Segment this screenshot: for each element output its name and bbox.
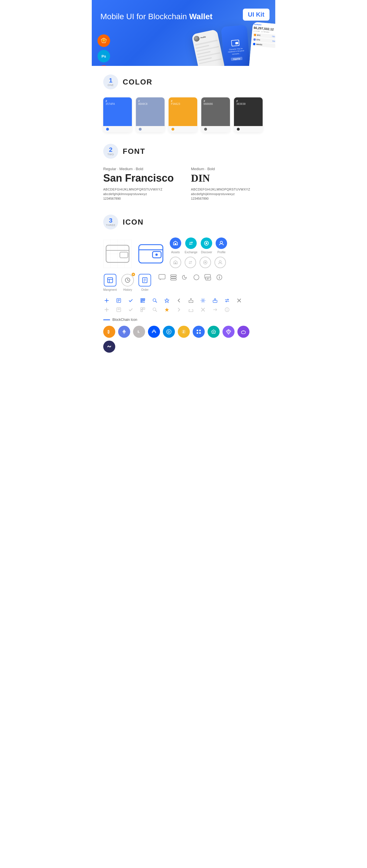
svg-point-32	[219, 261, 221, 263]
svg-rect-16	[106, 245, 129, 262]
phone-mockups: Profile Character may be mastered in the…	[195, 22, 275, 66]
svg-marker-91	[165, 308, 169, 312]
svg-point-26	[205, 242, 207, 244]
nav-icon-profile: Profile	[216, 238, 227, 254]
svg-point-56	[219, 276, 220, 276]
svg-text:₿: ₿	[108, 330, 110, 334]
svg-rect-107	[197, 332, 198, 334]
qr-icon	[139, 297, 146, 304]
band-icon	[103, 341, 115, 353]
note-icon	[115, 297, 122, 304]
icon-section-badge: 3 THREE	[103, 215, 118, 229]
blockchain-line	[103, 319, 110, 320]
waves-icon	[148, 326, 160, 338]
share-icon	[188, 297, 194, 304]
font-din: Medium · Bold DIN ABCDEFGHIJKLMNOPQRSTUV…	[191, 167, 250, 200]
icon-history: History	[121, 274, 134, 291]
color-dot-black	[237, 128, 240, 131]
svg-text:Z: Z	[182, 330, 185, 334]
ps-badge: Ps	[97, 50, 110, 62]
svg-point-89	[153, 308, 156, 311]
search-icon	[151, 297, 158, 304]
history-badge	[132, 273, 135, 276]
font-section-badge: 2 TWO	[103, 144, 118, 159]
info-icon	[216, 274, 223, 281]
svg-rect-51	[205, 277, 211, 280]
font-section-header: 2 TWO FONT	[103, 144, 264, 159]
svg-rect-108	[199, 332, 201, 334]
color-section-header: 1 ONE COLOR	[103, 74, 264, 89]
svg-rect-88	[141, 310, 142, 312]
nav-icon-discover: Discover	[201, 238, 212, 254]
blockchain-label: BlockChain Icon	[103, 318, 264, 322]
font-sf: Regular · Medium · Bold San Francisco AB…	[103, 167, 174, 200]
nav-icon-assets: Assets	[170, 238, 181, 254]
svg-rect-18	[120, 252, 128, 258]
color-dot-darkgray	[204, 128, 207, 131]
color-card-black: #303030	[234, 97, 263, 132]
icon-wallet-wireframe	[103, 240, 132, 268]
chat-icon	[204, 274, 211, 281]
screens-badge: 60+ Screens	[97, 65, 110, 66]
nav-icon-assets-outline	[170, 257, 181, 268]
moon-icon	[181, 274, 188, 281]
svg-marker-74	[165, 299, 169, 303]
check-icon-faded	[127, 306, 134, 313]
color-card-grayblue: #8DA0C8	[136, 97, 165, 132]
color-section: 1 ONE COLOR #3574FA #8DA0C8 #F5A6	[92, 66, 275, 135]
nav-icons-outline	[170, 257, 227, 268]
phone-left: Profile	[192, 29, 226, 66]
zcash-icon: Z	[178, 326, 190, 338]
circle-icon	[193, 274, 200, 281]
hero-section: Mobile UI for Blockchain Wallet UI Kit P…	[92, 0, 275, 66]
font-section-title: FONT	[123, 147, 145, 156]
share-icon-faded	[188, 306, 194, 313]
btc-icon: ₿	[103, 326, 115, 338]
ltc-icon: Ł	[133, 326, 145, 338]
small-icons-row-1	[103, 297, 264, 304]
crypto-icons-row: ₿ Ł D Z	[103, 326, 264, 353]
eth-icon	[118, 326, 130, 338]
svg-rect-86	[141, 308, 142, 309]
color-card-orange: #F5A623	[169, 97, 197, 132]
phone-mid: Character may be mastered in the great m…	[221, 25, 251, 66]
nav-icon-discover-outline	[200, 257, 211, 268]
swap-icon	[224, 297, 230, 304]
color-dot-orange	[171, 128, 174, 131]
svg-point-49	[194, 275, 199, 280]
color-section-title: COLOR	[123, 78, 152, 87]
svg-rect-87	[143, 308, 145, 309]
settings-icon	[200, 297, 206, 304]
color-card-darkgray: #666666	[201, 97, 230, 132]
svg-point-27	[220, 241, 223, 244]
font-grid: Regular · Medium · Bold San Francisco AB…	[103, 167, 264, 200]
plus-icon	[103, 297, 110, 304]
svg-rect-105	[197, 330, 198, 331]
svg-rect-45	[159, 274, 165, 279]
small-icons-row-2	[103, 306, 264, 313]
svg-point-31	[204, 261, 206, 263]
svg-point-96	[227, 309, 227, 309]
search-icon-faded	[151, 306, 158, 313]
svg-marker-110	[213, 331, 215, 333]
svg-line-90	[156, 311, 157, 312]
plus-icon-faded	[103, 306, 110, 313]
ui-kit-badge: UI Kit	[243, 9, 270, 21]
polygon-icon	[237, 326, 250, 338]
svg-rect-47	[171, 277, 176, 278]
dex-icon	[207, 326, 220, 338]
color-dot-blue	[106, 128, 109, 131]
svg-rect-7	[235, 42, 238, 44]
svg-text:D: D	[168, 330, 170, 334]
app-icons-row: Mangment History	[103, 274, 264, 291]
svg-rect-46	[171, 275, 176, 276]
nav-icon-exchange: Exchange	[185, 238, 197, 254]
icon-section-title: ICON	[123, 218, 144, 226]
svg-line-73	[156, 301, 157, 303]
speech-bubble-icon	[159, 274, 165, 281]
color-card-blue: #3574FA	[103, 97, 132, 132]
grid-icon	[193, 326, 205, 338]
svg-point-76	[202, 300, 204, 301]
chevron-left-icon	[175, 297, 182, 304]
export-icon	[211, 297, 219, 304]
